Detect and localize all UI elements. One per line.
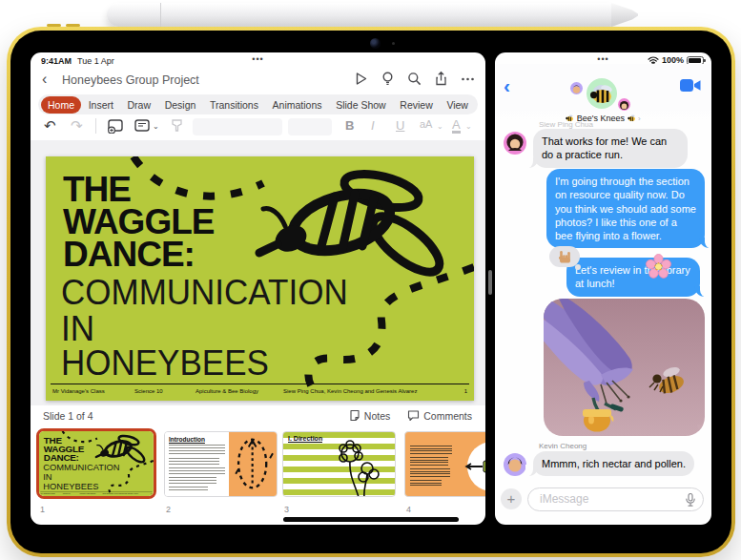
- designer-lightbulb-icon[interactable]: [380, 71, 396, 87]
- thumbnail-4-number: 4: [406, 505, 411, 514]
- tab-design[interactable]: Design: [158, 96, 203, 114]
- bold-button[interactable]: B: [345, 118, 354, 133]
- text-size-button[interactable]: aA: [420, 118, 432, 130]
- powerpoint-app-window: 9:41AM Tue 1 Apr ••• ‹ Honeybees Group P…: [31, 52, 485, 525]
- tab-transitions[interactable]: Transitions: [203, 96, 265, 114]
- tab-home[interactable]: Home: [41, 96, 81, 114]
- member-avatar-siewping-small[interactable]: [618, 98, 630, 111]
- message-composer: +: [495, 487, 711, 511]
- group-details-chevron-icon: ›: [638, 114, 641, 123]
- format-painter-icon[interactable]: [170, 118, 184, 134]
- multitask-dots-icon[interactable]: •••: [31, 54, 485, 64]
- tab-insert[interactable]: Insert: [82, 96, 120, 114]
- slide-layout-icon[interactable]: [134, 118, 151, 134]
- slide-thumbnail-strip: THE WAGGLE DANCE: COMMUNICATION IN HONEY…: [31, 427, 485, 525]
- bee-drawing: [259, 168, 448, 281]
- comments-icon: [407, 409, 420, 422]
- italic-button[interactable]: I: [371, 118, 375, 133]
- front-mic-dot: [392, 42, 395, 45]
- tab-slideshow[interactable]: Slide Show: [329, 96, 393, 114]
- comments-button[interactable]: Comments: [407, 409, 472, 422]
- play-slideshow-icon[interactable]: [353, 71, 369, 87]
- imessage-input[interactable]: [538, 489, 660, 508]
- group-name: Bee's Knees: [577, 114, 625, 123]
- front-camera: [370, 38, 381, 49]
- sent-message-1[interactable]: I'm going through the section on resourc…: [546, 169, 705, 248]
- thumbnail-2-number: 2: [166, 505, 171, 514]
- undo-icon[interactable]: ↶: [44, 118, 56, 134]
- home-indicator[interactable]: [283, 517, 459, 522]
- sent-message-2[interactable]: Let's review in the library at lunch!: [566, 258, 700, 297]
- notes-button[interactable]: Notes: [349, 409, 390, 422]
- photo-message-bee-flower[interactable]: [544, 299, 705, 436]
- font-size-field[interactable]: [288, 118, 332, 135]
- imessage-input-wrap[interactable]: [527, 487, 704, 511]
- font-color-chevron-icon[interactable]: ⌄: [465, 122, 472, 131]
- flowers-drawing-icon: [283, 432, 396, 497]
- slide-thumbnail-1[interactable]: THE WAGGLE DANCE: COMMUNICATION IN HONEY…: [36, 428, 156, 499]
- apple-pencil: [107, 3, 612, 27]
- slide-canvas[interactable]: THE WAGGLE DANCE: COMMUNICATION IN HONEY…: [31, 140, 485, 405]
- powerpoint-nav-bar: ‹ Honeybees Group Project: [31, 68, 485, 93]
- plus-icon[interactable]: +: [501, 488, 522, 509]
- back-chevron-icon[interactable]: ‹: [504, 75, 510, 96]
- slide-footer: Mr Vidanage's Class Science 10 Apicultur…: [51, 384, 469, 396]
- bee-emoji-icon: [628, 114, 636, 122]
- avatar-kevin[interactable]: [504, 453, 526, 476]
- thumbnail-1-number: 1: [40, 505, 45, 514]
- microphone-icon[interactable]: [686, 493, 695, 507]
- tab-review[interactable]: Review: [393, 96, 439, 114]
- slide-title-light: COMMUNICATION IN HONEYBEES: [61, 275, 348, 381]
- search-icon[interactable]: [406, 71, 422, 87]
- ribbon-tab-bar: Home Insert Draw Design Transitions Anim…: [38, 94, 478, 114]
- video-call-icon[interactable]: [680, 78, 702, 93]
- document-title[interactable]: Honeybees Group Project: [62, 73, 199, 87]
- cherry-blossom-sticker-icon[interactable]: [646, 254, 671, 280]
- share-icon[interactable]: [433, 71, 449, 87]
- volume-button-down: [66, 24, 80, 27]
- tab-view[interactable]: View: [440, 96, 475, 114]
- tab-animations[interactable]: Animations: [266, 96, 329, 114]
- received-message-2[interactable]: Mmmm, rich nectar and pollen.: [533, 451, 694, 476]
- slide-thumbnail-3[interactable]: I. Direction: [282, 431, 396, 497]
- left-status-bar: 9:41AM Tue 1 Apr •••: [31, 54, 485, 68]
- received-message-1[interactable]: That works for me! We can do a practice …: [533, 129, 688, 168]
- member-avatar-kevin-small[interactable]: [570, 82, 583, 94]
- new-slide-icon[interactable]: [107, 118, 124, 134]
- apple-pencil-tip: [611, 3, 638, 27]
- love-you-gesture-icon: [559, 250, 571, 263]
- bee-group-avatar[interactable]: [587, 78, 617, 109]
- back-chevron-icon[interactable]: ‹: [42, 70, 47, 89]
- tapback-love-you-gesture[interactable]: [549, 246, 580, 267]
- toolbar-divider: [95, 118, 96, 134]
- angle-diagram-icon: [454, 432, 485, 497]
- messages-app-window: ••• 100% ‹: [495, 52, 711, 525]
- thumbnail-2-heading: Introduction: [169, 436, 225, 443]
- split-view-screen: 9:41AM Tue 1 Apr ••• ‹ Honeybees Group P…: [31, 52, 711, 525]
- slide-thumbnail-2[interactable]: Introduction: [164, 431, 278, 497]
- layout-chevron-icon[interactable]: ⌄: [153, 122, 159, 131]
- underline-button[interactable]: U: [396, 118, 404, 133]
- tab-draw[interactable]: Draw: [121, 96, 158, 114]
- font-color-button[interactable]: A: [452, 118, 461, 134]
- group-name-row[interactable]: Bee's Knees ›: [495, 114, 711, 123]
- slide-thumbnail-4[interactable]: [404, 431, 485, 497]
- font-name-field[interactable]: [193, 118, 282, 135]
- volume-button-up: [47, 24, 61, 27]
- messages-header: ‹: [495, 64, 711, 119]
- thumbnail-3-number: 3: [284, 505, 289, 514]
- text-size-chevron-icon[interactable]: ⌄: [437, 122, 443, 131]
- more-ellipsis-icon[interactable]: [460, 71, 476, 87]
- slide-1-editor[interactable]: THE WAGGLE DANCE: COMMUNICATION IN HONEY…: [46, 156, 474, 401]
- slide-counter: Slide 1 of 4: [43, 410, 93, 422]
- photo-of-ipad: 9:41AM Tue 1 Apr ••• ‹ Honeybees Group P…: [0, 0, 741, 560]
- notes-icon: [349, 409, 360, 422]
- bee-emoji-icon: [566, 114, 574, 122]
- bee-flower-photo: [544, 299, 705, 436]
- split-view-divider-handle[interactable]: [488, 270, 492, 295]
- redo-icon[interactable]: ↷: [71, 118, 83, 134]
- slide-title-bold: THE WAGGLE DANCE:: [63, 174, 214, 271]
- conversation-scroll[interactable]: Siew Ping Chua That works for me! We can…: [495, 119, 711, 482]
- formatting-toolbar: ↶ ↷ ⌄ B I U aA ⌄ A ⌄: [31, 115, 485, 140]
- avatar-siew-ping[interactable]: [504, 132, 526, 155]
